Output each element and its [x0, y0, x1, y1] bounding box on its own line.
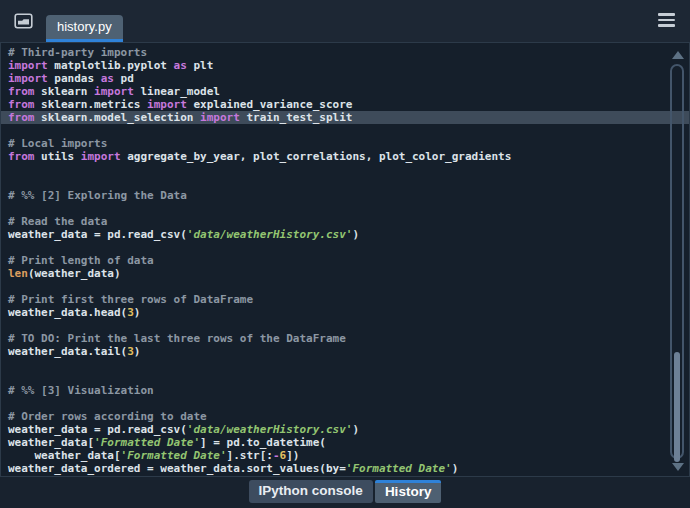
code-line[interactable]: [1, 397, 689, 410]
tab-ipython-console[interactable]: IPython console: [249, 480, 373, 503]
code-line[interactable]: [1, 124, 689, 137]
code-line[interactable]: weather_data.head(3): [1, 306, 689, 319]
code-line[interactable]: # Third-party imports: [1, 46, 689, 59]
code-line[interactable]: weather_data = pd.read_csv('data/weather…: [1, 423, 689, 436]
code-line[interactable]: import matplotlib.pyplot as plt: [1, 59, 689, 72]
code-line[interactable]: # Local imports: [1, 137, 689, 150]
tab-history-py[interactable]: history.py: [46, 15, 123, 42]
code-line[interactable]: [1, 163, 689, 176]
code-line[interactable]: [1, 280, 689, 293]
history-editor-pane: # Third-party importsimport matplotlib.p…: [0, 42, 690, 477]
folder-icon: [14, 13, 33, 29]
code-line[interactable]: weather_data['Formatted Date'].str[:-6]): [1, 449, 689, 462]
vertical-scrollbar[interactable]: [670, 47, 686, 472]
code-line[interactable]: # %% [2] Exploring the Data: [1, 189, 689, 202]
code-line[interactable]: weather_data.tail(3): [1, 345, 689, 358]
options-menu-button[interactable]: [658, 12, 678, 28]
code-line[interactable]: from sklearn.model_selection import trai…: [1, 111, 689, 124]
scrollbar-thumb[interactable]: [674, 352, 680, 462]
code-line[interactable]: weather_data_ordered = weather_data.sort…: [1, 462, 689, 475]
history-pane-toolbar: history.py: [0, 0, 690, 42]
code-line[interactable]: [1, 358, 689, 371]
code-area[interactable]: # Third-party importsimport matplotlib.p…: [1, 43, 689, 475]
code-line[interactable]: weather_data['Formatted Date'] = pd.to_d…: [1, 436, 689, 449]
tab-history[interactable]: History: [375, 480, 442, 503]
code-line[interactable]: from utils import aggregate_by_year, plo…: [1, 150, 689, 163]
browse-tabs-button[interactable]: [12, 11, 34, 30]
code-line[interactable]: # %% [3] Visualization: [1, 384, 689, 397]
code-line[interactable]: import pandas as pd: [1, 72, 689, 85]
code-line[interactable]: # Order rows according to date: [1, 410, 689, 423]
code-line[interactable]: [1, 176, 689, 189]
code-line[interactable]: len(weather_data): [1, 267, 689, 280]
code-line[interactable]: [1, 371, 689, 384]
code-line[interactable]: weather_data = pd.read_csv('data/weather…: [1, 228, 689, 241]
code-line[interactable]: from sklearn import linear_model: [1, 85, 689, 98]
code-line[interactable]: from sklearn.metrics import explained_va…: [1, 98, 689, 111]
file-tab-label: history.py: [57, 19, 112, 34]
scrollbar-track[interactable]: [670, 64, 684, 459]
code-line[interactable]: [1, 202, 689, 215]
pane-tabbar: IPython console History: [0, 477, 690, 508]
scroll-down-arrow-icon[interactable]: [672, 463, 684, 471]
scroll-up-arrow-icon[interactable]: [672, 51, 684, 59]
code-line[interactable]: # Read the data: [1, 215, 689, 228]
code-line[interactable]: # Print length of data: [1, 254, 689, 267]
code-line[interactable]: [1, 319, 689, 332]
code-line[interactable]: # TO DO: Print the last three rows of th…: [1, 332, 689, 345]
code-line[interactable]: # Print first three rows of DataFrame: [1, 293, 689, 306]
code-line[interactable]: [1, 241, 689, 254]
